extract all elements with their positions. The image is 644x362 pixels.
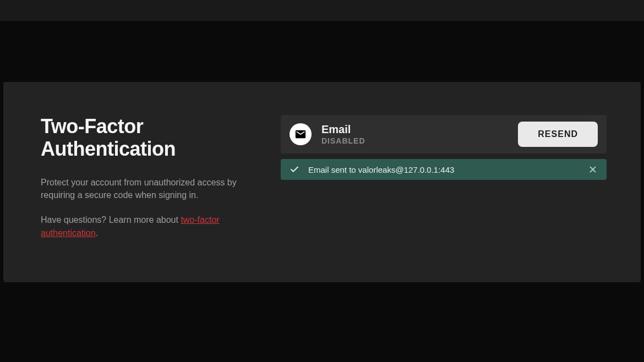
panel-title: Two-Factor Authentication [41, 115, 240, 161]
check-icon [290, 164, 299, 174]
close-icon[interactable] [588, 164, 598, 174]
two-factor-panel: Two-Factor Authentication Protect your a… [3, 82, 641, 282]
method-name: Email [321, 123, 508, 135]
email-method-card: Email DISABLED RESEND [281, 115, 607, 153]
email-icon [290, 123, 312, 145]
top-bar [0, 0, 644, 21]
toast-message: Email sent to valorleaks@127.0.0.1:443 [308, 165, 579, 174]
confirmation-toast: Email sent to valorleaks@127.0.0.1:443 [281, 159, 607, 180]
right-column: Email DISABLED RESEND Email sent to valo… [268, 82, 641, 282]
method-status: DISABLED [321, 136, 508, 145]
help-prefix: Have questions? Learn more about [41, 215, 181, 224]
method-info: Email DISABLED [321, 123, 508, 145]
resend-button[interactable]: RESEND [518, 122, 598, 147]
help-text: Have questions? Learn more about two-fac… [41, 213, 240, 240]
help-suffix: . [96, 228, 98, 238]
panel-description: Protect your account from unauthorized a… [41, 176, 240, 201]
left-column: Two-Factor Authentication Protect your a… [3, 82, 268, 282]
